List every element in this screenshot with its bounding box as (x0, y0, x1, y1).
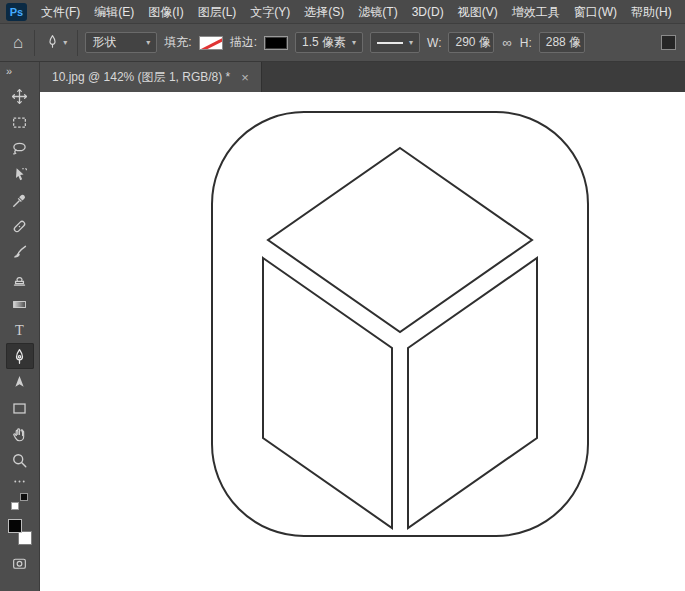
close-icon[interactable]: × (241, 71, 249, 84)
type-tool[interactable]: T (6, 317, 34, 343)
stroke-swatch-black[interactable] (264, 36, 288, 50)
stroke-label: 描边: (230, 34, 257, 51)
chevron-down-icon: ▾ (352, 39, 356, 47)
brush-tool[interactable] (6, 239, 34, 265)
tool-mode-value: 形状 (92, 34, 116, 51)
type-icon: T (11, 322, 28, 339)
edit-toolbar-button[interactable] (6, 473, 34, 489)
collapse-panel-icon[interactable]: » (0, 62, 18, 77)
workspace: » (0, 62, 685, 591)
object-selection-icon (11, 166, 28, 183)
cube-artwork (40, 92, 684, 591)
hand-tool[interactable] (6, 421, 34, 447)
gradient-tool[interactable] (6, 291, 34, 317)
menu-window[interactable]: 窗口(W) (567, 0, 624, 24)
width-label: W: (427, 36, 441, 50)
lasso-icon (11, 140, 28, 157)
path-operations-icon[interactable] (661, 35, 676, 50)
menu-3d[interactable]: 3D(D) (405, 0, 451, 24)
solid-line-icon (377, 42, 403, 44)
options-bar: ⌂ ▾ 形状 ▾ 填充: 描边: 1.5 像素 ▾ ▾ (0, 24, 685, 62)
move-tool[interactable] (6, 83, 34, 109)
document-tab-title: 10.jpg @ 142% (图层 1, RGB/8) * (52, 69, 230, 86)
zoom-tool[interactable] (6, 447, 34, 473)
height-label: H: (520, 36, 532, 50)
default-and-swap-colors[interactable] (10, 493, 30, 511)
divider (34, 30, 35, 56)
eyedropper-icon (11, 192, 28, 209)
marquee-icon (11, 114, 28, 131)
mini-foreground-swatch (20, 493, 28, 501)
fill-label: 填充: (164, 34, 191, 51)
rectangle-icon (11, 400, 28, 417)
tab-bar: 10.jpg @ 142% (图层 1, RGB/8) * × (40, 62, 685, 92)
clone-stamp-tool[interactable] (6, 265, 34, 291)
height-value: 288 像 (546, 34, 581, 51)
menu-file[interactable]: 文件(F) (34, 0, 87, 24)
menu-filter[interactable]: 滤镜(T) (351, 0, 404, 24)
clone-stamp-icon (11, 270, 28, 287)
color-picker-widget[interactable] (8, 519, 32, 545)
menu-image[interactable]: 图像(I) (141, 0, 190, 24)
tools-column: T (6, 83, 34, 576)
document-area: 10.jpg @ 142% (图层 1, RGB/8) * × (40, 62, 685, 591)
pen-tool-icon (45, 34, 60, 52)
tool-rail: » (0, 62, 40, 591)
photoshop-window: Ps 文件(F) 编辑(E) 图像(I) 图层(L) 文字(Y) 选择(S) 滤… (0, 0, 685, 591)
rectangle-tool[interactable] (6, 395, 34, 421)
quick-mask-icon (11, 555, 28, 572)
healing-brush-tool[interactable] (6, 213, 34, 239)
width-input[interactable]: 290 像 (448, 32, 494, 53)
height-input[interactable]: 288 像 (539, 32, 585, 53)
home-icon[interactable]: ⌂ (9, 34, 27, 51)
rectangular-marquee-tool[interactable] (6, 109, 34, 135)
object-selection-tool[interactable] (6, 161, 34, 187)
path-selection-icon (11, 374, 28, 391)
menu-layer[interactable]: 图层(L) (191, 0, 244, 24)
menu-view[interactable]: 视图(V) (451, 0, 505, 24)
menu-help[interactable]: 帮助(H) (624, 0, 679, 24)
tool-mode-select[interactable]: 形状 ▾ (85, 32, 157, 53)
ellipsis-icon (12, 474, 27, 489)
healing-brush-icon (11, 218, 28, 235)
zoom-icon (11, 452, 28, 469)
stroke-style-select[interactable]: ▾ (370, 32, 420, 53)
chevron-down-icon: ▾ (63, 39, 67, 47)
width-value: 290 像 (455, 34, 490, 51)
document-tab[interactable]: 10.jpg @ 142% (图层 1, RGB/8) * × (40, 62, 262, 92)
chevron-down-icon: ▾ (146, 39, 150, 47)
menu-type[interactable]: 文字(Y) (243, 0, 297, 24)
chevron-down-icon: ▾ (409, 39, 413, 47)
menu-plugins[interactable]: 增效工具 (505, 0, 567, 24)
divider (77, 30, 78, 56)
hand-icon (11, 426, 28, 443)
link-dimensions-icon[interactable]: ∞ (501, 35, 512, 50)
mini-background-swatch (11, 502, 19, 510)
menu-edit[interactable]: 编辑(E) (87, 0, 141, 24)
brush-icon (11, 244, 28, 261)
pen-icon (11, 348, 28, 365)
canvas[interactable] (40, 92, 685, 591)
stroke-width-value: 1.5 像素 (302, 34, 346, 51)
photoshop-logo: Ps (6, 3, 27, 21)
path-selection-tool[interactable] (6, 369, 34, 395)
fill-swatch-none[interactable] (199, 36, 223, 50)
eyedropper-tool[interactable] (6, 187, 34, 213)
move-icon (11, 88, 28, 105)
svg-text:T: T (15, 322, 24, 338)
pen-tool[interactable] (6, 343, 34, 369)
background-color-swatch[interactable] (18, 531, 32, 545)
menu-bar: Ps 文件(F) 编辑(E) 图像(I) 图层(L) 文字(Y) 选择(S) 滤… (0, 0, 685, 24)
tool-preset-picker[interactable]: ▾ (42, 32, 70, 54)
gradient-icon (11, 296, 28, 313)
stroke-width-field[interactable]: 1.5 像素 ▾ (295, 32, 363, 53)
quick-mask-button[interactable] (11, 555, 28, 576)
menu-select[interactable]: 选择(S) (297, 0, 351, 24)
foreground-color-swatch[interactable] (8, 519, 22, 533)
lasso-tool[interactable] (6, 135, 34, 161)
